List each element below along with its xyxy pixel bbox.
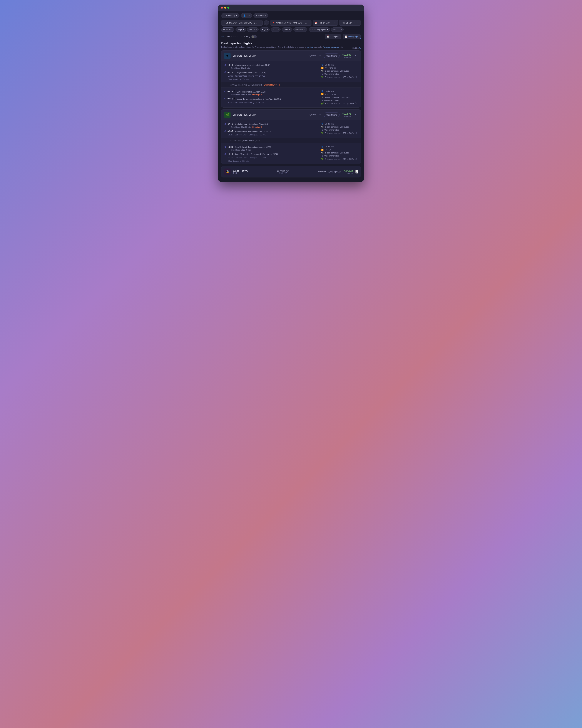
emissions-info-1[interactable]: ⓘ [355,76,357,78]
price-graph-btn[interactable]: 📈 Price graph [343,34,361,39]
flight1-arr-row: 00:15 +1 Zayed International Airport (AU… [224,71,318,74]
passengers-icon: 👤 [243,15,246,17]
date-grid-label: Date grid [331,35,339,38]
flight1-logo-icon: ✈ [226,54,229,58]
flight3-expand-btn[interactable]: ∨ [355,170,358,174]
lie-flat-icon-3: 💺 [321,123,324,125]
flight1-segment1: 19:10 Ninoy Aquino International Airport… [221,61,361,82]
flight3-duration: 11 hrs 35 min [277,170,289,172]
flight2-seg2-dep-time-row: 10:30 King Abdulaziz International Airpo… [227,146,318,148]
flight1-route-line [225,66,225,71]
emissions-icon-3: 🌿 [321,132,324,134]
times-filter-btn[interactable]: Times ▾ [282,27,292,32]
flight2-amenity-2-1: 💺 Lie-flat seat [321,146,358,148]
date-to-field[interactable]: Tue, 21 May ‹ › [339,20,361,26]
passengers-btn[interactable]: 👤 1 ▾ [241,13,252,18]
video-icon-2: 🖥 [321,99,323,101]
price-chevron: ▾ [278,28,279,31]
flight2-segment1: 02:15 Kuala Lumpur International Airport… [221,120,361,138]
swap-button[interactable]: ⇄ [264,20,269,25]
view-buttons: 📅 Date grid 📈 Price graph [325,34,361,39]
emissions-info-2[interactable]: ⓘ [355,102,357,105]
destination-field[interactable]: 📍 Amsterdam AMS · Paris CDG · Fr... [270,20,312,26]
flight1-seg2-overnight: · Overnight ⚠ [251,94,262,96]
date-from-text: Tue, 14 May [318,22,330,24]
subtitle-info-icon[interactable]: ⓘ [252,46,254,48]
emissions-info-3[interactable]: ⓘ [355,132,357,134]
class-chevron: ▾ [265,15,266,17]
passenger-assistance-link[interactable]: Passenger assistance [323,46,339,48]
flight2-seg2-dep-dot [224,146,226,148]
flight2-seg2-amenities: 💺 Lie-flat seat 📶 Free Wi-Fi 🔌 In-seat p… [321,146,358,162]
date-to-next[interactable]: › [357,22,358,24]
maximize-dot[interactable] [227,7,229,9]
emissions-icon-4: 🌿 [321,158,324,160]
stops-filter-btn[interactable]: Stops ▾ [235,27,246,32]
class-btn[interactable]: Business ▾ [253,13,268,18]
flight2-header-right: 2,963 kg CO2e Select flight A$2,871 roun… [309,112,358,117]
times-label: Times [284,28,288,31]
flight1-arr-time-row: 00:15 +1 Zayed International Airport (AU… [227,71,318,74]
date-from-next[interactable]: › [334,22,336,24]
flight1-collapse-btn[interactable]: ∧ [354,54,358,58]
flight1-amenity-1-1: 💺 Lie-flat seat [321,64,358,66]
flight1-amenity-2-5: 🌿 Emissions estimate: 1,490 kg CO2e ⓘ [321,102,358,105]
flight1-header: ✈ Departure · Tue, 14 May 3,940 kg CO2e … [221,51,361,61]
emissions-filter-btn[interactable]: Emissions ▾ [294,27,307,32]
flight1-dep-row: 19:10 Ninoy Aquino International Airport… [224,64,318,71]
flight1-seg2-dep-info: 02:45 +1 Zayed International Airport (AU… [227,90,318,96]
lie-flat-icon: 💺 [321,64,324,66]
flight1-airline-logo: ✈ [224,53,230,59]
flight2-amenity-2-5: 🌿 Emissions estimate: 1,212 kg CO2e ⓘ [321,158,358,160]
flight3-co2-block: 3,776 kg CO2e [328,170,341,173]
trip-type-icon: ⇄ [224,15,225,17]
flight1-delayed1: Often delayed by 30+ min [224,78,318,80]
origin-text: Jakarta CGK · Denpasar DPS · B... [226,22,257,24]
flight2-seg2-travel-time: Travel time: 5 hrs 40 min [231,149,318,151]
flight2-select-btn[interactable]: Select flight [324,112,339,117]
flight3-stops: Non-stop [318,171,326,173]
flight3-duration-block: 11 hrs 35 min BKK–FRA [251,170,316,174]
airlines-filter-btn[interactable]: Airlines ▾ [247,27,258,32]
sort-icon[interactable]: ⇅ [359,47,361,49]
connecting-airports-filter-btn[interactable]: Connecting airports ▾ [309,27,330,32]
date-grid-btn[interactable]: 📅 Date grid [325,34,341,39]
flight1-header-info: Departure · Tue, 14 May [233,55,307,57]
date-from-prev[interactable]: ‹ [331,22,333,24]
minimize-dot[interactable] [224,7,226,9]
date-to-prev[interactable]: ‹ [354,22,355,24]
flight2-collapse-btn[interactable]: ∧ [354,112,358,117]
bag-fees-link[interactable]: bag fees [307,46,313,48]
price-label: Price [273,28,277,31]
flight3-stops-block: Non-stop [318,171,326,173]
stops-label: Stops [238,28,242,31]
track-info-icon[interactable]: ⓘ [237,35,239,38]
duration-filter-btn[interactable]: Duration ▾ [331,27,343,32]
flight2-header-info: Departure · Tue, 14 May [233,113,307,116]
power-icon: 🔌 [321,70,324,72]
flight1-seg2-meta: Etihad · Business Class · Boeing 787 · E… [224,101,318,104]
airlines-chevron: ▾ [256,28,257,31]
flight2-seg2-line [225,148,225,152]
flight1-price-type: round trip [342,56,351,58]
main-content: ⇄ Round trip ▾ 👤 1 ▾ Business ▾ ○ Jakart… [218,11,364,182]
lie-flat-icon-4: 💺 [321,146,324,148]
all-filters-btn[interactable]: ⊞ All filters [221,27,234,32]
origin-field[interactable]: ○ Jakarta CGK · Denpasar DPS · B... [221,20,262,26]
emissions-info-4[interactable]: ⓘ [355,158,357,160]
trip-type-chevron: ▾ [236,15,237,17]
flight3-info: 12:25 – 19:00 THAI [233,170,248,174]
flight1-seg2-arr-info: 07:55 +1 Josep Tarradellas Barcelona-El … [227,97,318,100]
connecting-airports-chevron: ▾ [327,28,328,31]
flight1-price: A$2,808 [342,53,351,56]
flight1-seg2-dots [224,90,226,97]
flight2-seg2-arr-time-row: 15:10 Josep Tarradellas Barcelona-El Pra… [227,153,318,155]
price-filter-btn[interactable]: Price ▾ [271,27,281,32]
bags-filter-btn[interactable]: Bags ▾ [260,27,270,32]
trip-type-btn[interactable]: ⇄ Round trip ▾ [221,13,240,18]
trip-type-label: Round trip [226,15,235,17]
flight1-select-btn[interactable]: Select flight [324,54,339,58]
date-from-field[interactable]: 📅 Tue, 14 May ‹ › [313,20,338,26]
track-toggle[interactable] [251,35,257,38]
close-dot[interactable] [221,7,223,9]
